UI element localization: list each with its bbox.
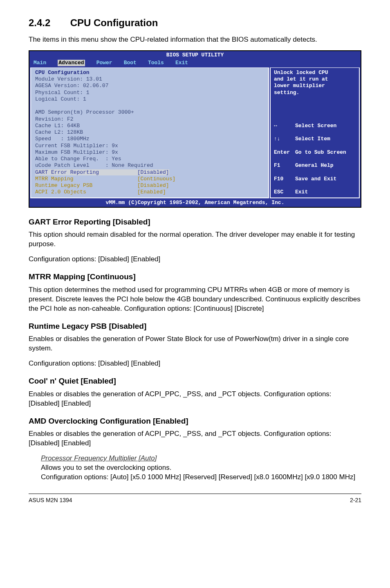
tab-exit[interactable]: Exit xyxy=(175,60,188,66)
info-line: Cache L2: 128KB xyxy=(35,129,83,135)
key-select-item: ↑↓Select Item xyxy=(274,136,356,142)
proc-freq-heading: Processor Frequency Multiplier [Auto] xyxy=(41,454,361,463)
mtrr-heading: MTRR Mapping [Continuous] xyxy=(29,272,361,282)
key-save-exit: F10Save and Exit xyxy=(274,176,356,182)
section-heading: 2.4.2 CPU Configuration xyxy=(29,16,361,29)
proc-freq-p2: Configuration options: [Auto] [x5.0 1000… xyxy=(41,473,361,482)
tab-boot[interactable]: Boot xyxy=(124,60,137,66)
tab-tools[interactable]: Tools xyxy=(148,60,164,66)
tab-advanced[interactable]: Advanced xyxy=(58,60,85,66)
cool-heading: Cool' n' Quiet [Enabled] xyxy=(29,376,361,386)
info-line: Cache L1: 64KB xyxy=(35,123,80,129)
cpu-config-header: CPU Configuration xyxy=(35,70,90,76)
key-exit: ESCExit xyxy=(274,189,356,195)
footer-left: ASUS M2N 1394 xyxy=(29,496,72,504)
mtrr-p1: This option determines the method used f… xyxy=(29,285,361,314)
bios-footer: vMM.mm (C)Copyright 1985-2002, American … xyxy=(29,199,361,207)
info-line: Module Version: 13.01 xyxy=(35,76,102,82)
gart-p1: This option should remain disabled for t… xyxy=(29,230,361,249)
info-line: Physical Count: 1 xyxy=(35,90,90,96)
bios-panel: BIOS SETUP UTILITY Main Advanced Power B… xyxy=(29,50,361,208)
amd-p1: Enables or disables the generation of AC… xyxy=(29,429,361,448)
tab-main[interactable]: Main xyxy=(34,60,46,66)
footer-rule xyxy=(29,494,361,494)
info-line: Maximum FSB Multiplier: 9x xyxy=(35,149,118,155)
info-line: AMD Sempron(tm) Processor 3000+ xyxy=(35,109,134,115)
gart-p2: Configuration options: [Disabled] [Enabl… xyxy=(29,255,361,264)
tab-power[interactable]: Power xyxy=(96,60,112,66)
amd-heading: AMD Overclocking Configuration [Enabled] xyxy=(29,416,361,426)
bios-menu: Main Advanced Power Boot Tools Exit xyxy=(29,60,361,67)
bios-left-panel: CPU Configuration Module Version: 13.01 … xyxy=(30,67,269,198)
proc-freq-p1: Allows you to set the overclocking optio… xyxy=(41,463,361,473)
section-title: CPU Configuration xyxy=(70,17,158,28)
key-sub-screen: EnterGo to Sub Screen xyxy=(274,149,356,156)
key-select-screen: ↔Select Screen xyxy=(274,123,356,129)
bios-title: BIOS SETUP UTILITY xyxy=(29,51,361,59)
intro-paragraph: The items in this menu show the CPU-rela… xyxy=(29,35,361,45)
footer-right: 2-21 xyxy=(350,496,361,504)
bios-help-text: Unlock locked CPU and let it run at lowe… xyxy=(274,70,328,96)
page-footer: ASUS M2N 1394 2-21 xyxy=(29,496,361,504)
section-number: 2.4.2 xyxy=(29,16,67,29)
info-line: Revision: F2 xyxy=(35,116,74,122)
opt-acpi[interactable]: ACPI 2.0 Objects [Enabled] xyxy=(35,189,166,195)
opt-mtrr[interactable]: MTRR Mapping [Continuous] xyxy=(35,176,175,182)
info-line: Current FSB Multiplier: 9x xyxy=(35,143,118,149)
runtime-p1: Enables or disables the generation of Po… xyxy=(29,334,361,353)
gart-heading: GART Error Reporting [Disabled] xyxy=(29,217,361,227)
info-line: AGESA Version: 02.06.07 xyxy=(35,83,108,89)
opt-runtime[interactable]: Runtime Legacy PSB [Disabled] xyxy=(35,182,169,189)
opt-gart[interactable]: GART Error Reporting [Disabled] xyxy=(35,169,169,175)
runtime-heading: Runtime Legacy PSB [Disabled] xyxy=(29,321,361,332)
info-line: Logical Count: 1 xyxy=(35,96,86,102)
runtime-p2: Configuration options: [Disabled] [Enabl… xyxy=(29,359,361,368)
info-line: Able to Change Freq. : Yes xyxy=(35,156,121,162)
cool-p1: Enables or disables the generation of AC… xyxy=(29,390,361,408)
bios-right-panel: Unlock locked CPU and let it run at lowe… xyxy=(270,67,360,198)
info-line: Speed : 1800MHz xyxy=(35,136,90,142)
key-general-help: F1General Help xyxy=(274,162,356,169)
info-line: uCode Patch Level : None Required xyxy=(35,162,153,168)
